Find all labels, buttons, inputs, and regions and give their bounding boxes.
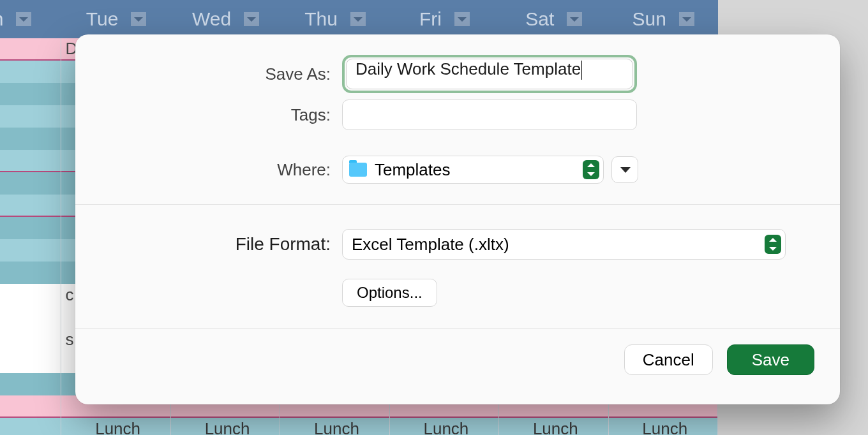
day-heading-thu: Thu bbox=[280, 0, 389, 38]
cal-cell[interactable]: ggo bbox=[0, 239, 61, 262]
day-label: Thu bbox=[304, 8, 338, 30]
day-heading-wed: Wed bbox=[171, 0, 280, 38]
where-select[interactable]: Templates bbox=[342, 156, 604, 184]
cal-cell[interactable]: als bbox=[0, 105, 61, 128]
cal-cell[interactable] bbox=[0, 351, 61, 373]
cal-cell[interactable] bbox=[0, 306, 61, 328]
cal-cell[interactable]: e mtg bbox=[0, 195, 61, 217]
cal-cell[interactable]: tg bbox=[0, 150, 61, 172]
where-label: Where: bbox=[75, 160, 331, 180]
day-dropdown-icon[interactable] bbox=[16, 12, 31, 26]
cal-cell[interactable] bbox=[0, 61, 61, 83]
cal-cell[interactable]: team bbox=[0, 172, 61, 195]
cal-cell-lunch[interactable]: Lunch bbox=[390, 418, 498, 435]
cal-cell-lunch[interactable] bbox=[0, 418, 61, 435]
folder-icon bbox=[349, 163, 367, 177]
save-as-value: Daily Work Schedule Template bbox=[355, 59, 581, 78]
day-label: Wed bbox=[192, 8, 231, 30]
day-label: on bbox=[0, 8, 3, 30]
day-label: Tue bbox=[86, 8, 119, 30]
cal-cell[interactable] bbox=[0, 262, 61, 284]
up-down-stepper-icon bbox=[583, 160, 599, 179]
day-dropdown-icon[interactable] bbox=[567, 12, 582, 26]
cal-cell[interactable] bbox=[0, 373, 61, 395]
where-value: Templates bbox=[375, 160, 575, 180]
day-label: Sun bbox=[632, 8, 666, 30]
day-label: Fri bbox=[419, 8, 442, 30]
cal-cell[interactable]: ekly bbox=[0, 83, 61, 105]
cal-cell[interactable]: work bbox=[0, 38, 61, 61]
file-format-label: File Format: bbox=[75, 234, 331, 254]
day-heading-sat: Sat bbox=[499, 0, 608, 38]
up-down-stepper-icon bbox=[765, 235, 781, 254]
cal-cell-lunch[interactable]: Lunch bbox=[171, 418, 280, 435]
cal-cell[interactable] bbox=[0, 284, 61, 306]
tags-label: Tags: bbox=[75, 105, 331, 125]
day-heading-tue: Tue bbox=[61, 0, 170, 38]
cancel-button[interactable]: Cancel bbox=[624, 344, 713, 375]
cal-cell-lunch[interactable]: Lunch bbox=[280, 418, 389, 435]
save-as-input[interactable]: Daily Work Schedule Template bbox=[346, 59, 633, 89]
file-format-value: Excel Template (.xltx) bbox=[352, 235, 765, 254]
day-heading-sun: Sun bbox=[609, 0, 718, 38]
day-dropdown-icon[interactable] bbox=[350, 12, 366, 26]
cal-cell[interactable] bbox=[0, 328, 61, 351]
calendar-header: on Tue Wed Thu Fri Sat Sun bbox=[0, 0, 718, 38]
cal-cell[interactable] bbox=[0, 395, 61, 418]
day-heading-mon: on bbox=[0, 0, 61, 38]
save-dialog: Save As: Daily Work Schedule Template Ta… bbox=[75, 34, 840, 404]
options-button[interactable]: Options... bbox=[342, 279, 437, 307]
cal-cell[interactable]: with bbox=[0, 217, 61, 239]
cal-cell-lunch[interactable]: Lunch bbox=[499, 418, 608, 435]
tags-input[interactable] bbox=[342, 100, 637, 130]
cal-cell[interactable]: ck-in bbox=[0, 128, 61, 150]
save-as-field-focus-ring: Daily Work Schedule Template bbox=[342, 55, 637, 93]
file-format-select[interactable]: Excel Template (.xltx) bbox=[342, 229, 786, 260]
dialog-footer: Cancel Save bbox=[75, 329, 840, 390]
cal-cell-lunch[interactable]: Lunch bbox=[61, 418, 170, 435]
day-dropdown-icon[interactable] bbox=[454, 12, 470, 26]
cal-cell-lunch[interactable]: Lunch bbox=[609, 418, 717, 435]
text-caret-icon bbox=[581, 61, 582, 80]
save-button[interactable]: Save bbox=[727, 344, 814, 375]
day-dropdown-icon[interactable] bbox=[679, 12, 694, 26]
save-as-label: Save As: bbox=[75, 64, 331, 84]
expand-browser-button[interactable] bbox=[611, 156, 638, 183]
day-dropdown-icon[interactable] bbox=[131, 12, 146, 26]
day-dropdown-icon[interactable] bbox=[244, 12, 259, 26]
day-label: Sat bbox=[525, 8, 554, 30]
cal-col-mon: work ekly als ck-in tg team e mtg with g… bbox=[0, 38, 61, 435]
day-heading-fri: Fri bbox=[390, 0, 499, 38]
